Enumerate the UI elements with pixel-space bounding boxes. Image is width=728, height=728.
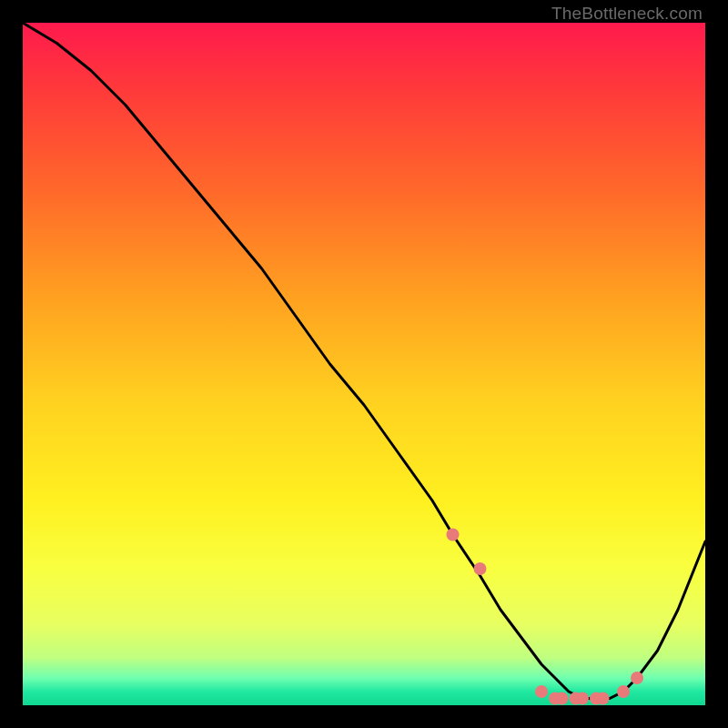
watermark-text: TheBottleneck.com <box>551 4 703 24</box>
chart-frame: TheBottleneck.com <box>0 0 728 728</box>
marker-dot <box>474 562 487 575</box>
marker-dot <box>597 693 610 705</box>
bottleneck-curve <box>23 23 705 699</box>
plot-area <box>23 23 705 705</box>
marker-dot <box>535 685 548 698</box>
marker-dot <box>576 693 589 705</box>
highlight-markers <box>447 529 644 705</box>
marker-dot <box>617 685 630 698</box>
marker-dot <box>631 672 643 684</box>
marker-dot <box>556 693 569 705</box>
curve-layer <box>23 23 705 705</box>
marker-dot <box>447 529 460 541</box>
